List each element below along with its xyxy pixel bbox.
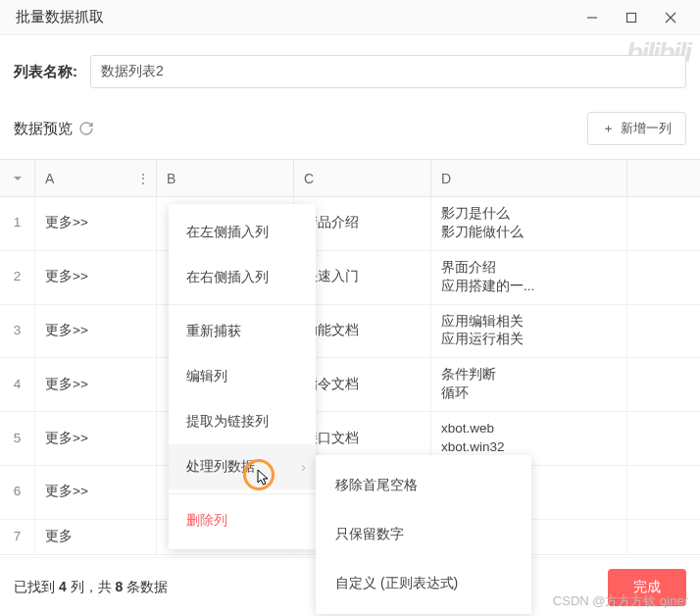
header-col-b[interactable]: B [157,160,294,196]
cell-a[interactable]: 更多 [35,520,157,554]
cell-a[interactable]: 更多>> [35,305,157,358]
preview-bar: 数据预览 ＋ 新增一列 [0,102,700,159]
cell-d[interactable]: 影刀是什么影刀能做什么 [431,197,627,250]
row-number: 6 [0,466,35,519]
add-column-label: 新增一列 [621,120,672,137]
table-row: 3 更多>> 功能文档 应用编辑相关应用运行相关 [0,305,700,359]
refresh-icon[interactable] [78,121,94,136]
row-number: 1 [0,197,35,250]
close-button[interactable] [651,0,690,35]
minimize-button[interactable] [573,0,612,35]
svg-rect-1 [627,13,636,22]
grid-header: A⋮ B C D [0,160,700,197]
menu-recapture[interactable]: 重新捕获 [169,309,316,354]
cell-a[interactable]: 更多>> [35,251,157,304]
chevron-right-icon: › [301,459,306,475]
menu-insert-right[interactable]: 在右侧插入列 [169,255,316,300]
header-rownum[interactable] [0,160,35,196]
menu-separator [169,493,316,494]
table-row: 4 更多>> 指令文档 条件判断循环 [0,358,700,412]
footer-summary: 已找到 4 列，共 8 条数据 [14,579,168,596]
list-name-label: 列表名称: [14,63,90,81]
preview-label: 数据预览 [14,120,94,138]
process-data-submenu: 移除首尾空格 只保留数字 自定义 (正则表达式) [316,455,531,614]
window-title: 批量数据抓取 [10,8,573,26]
plus-icon: ＋ [602,120,615,137]
submenu-regex[interactable]: 自定义 (正则表达式) [316,559,531,608]
menu-edit-column[interactable]: 编辑列 [169,354,316,399]
cell-d[interactable]: 条件判断循环 [431,358,627,411]
chevron-down-icon [13,174,23,183]
cell-a[interactable]: 更多>> [35,466,157,519]
cell-d[interactable]: 应用编辑相关应用运行相关 [431,305,627,358]
column-context-menu: 在左侧插入列 在右侧插入列 重新捕获 编辑列 提取为链接列 处理列数据› 删除列 [169,204,316,549]
menu-delete-column[interactable]: 删除列 [169,498,316,543]
header-col-a[interactable]: A⋮ [35,160,157,196]
menu-process-data[interactable]: 处理列数据› [169,444,316,489]
header-scroll-gutter [627,160,700,196]
submenu-trim[interactable]: 移除首尾空格 [316,461,531,510]
table-row: 2 更多>> 快速入门 界面介绍应用搭建的一... [0,251,700,305]
list-name-input[interactable] [90,55,686,88]
table-row: 1 更多>> 产品介绍 影刀是什么影刀能做什么 [0,197,700,251]
cell-a[interactable]: 更多>> [35,358,157,411]
titlebar: 批量数据抓取 [0,0,700,35]
submenu-keep-digits[interactable]: 只保留数字 [316,510,531,559]
header-col-d[interactable]: D [431,160,627,196]
row-number: 5 [0,412,35,465]
menu-separator [169,304,316,305]
preview-label-text: 数据预览 [14,120,73,138]
menu-extract-link[interactable]: 提取为链接列 [169,399,316,444]
cell-a[interactable]: 更多>> [35,412,157,465]
add-column-button[interactable]: ＋ 新增一列 [587,112,686,145]
csdn-watermark: CSDN @方方方钦 qiner [553,592,688,610]
header-col-c[interactable]: C [294,160,431,196]
cell-a[interactable]: 更多>> [35,197,157,250]
row-number: 2 [0,251,35,304]
row-number: 3 [0,305,35,358]
list-name-row: 列表名称: [0,35,700,102]
cell-d[interactable]: 界面介绍应用搭建的一... [431,251,627,304]
row-number: 7 [0,520,35,554]
menu-insert-left[interactable]: 在左侧插入列 [169,210,316,255]
maximize-button[interactable] [612,0,651,35]
column-menu-icon[interactable]: ⋮ [136,171,150,186]
row-number: 4 [0,358,35,411]
